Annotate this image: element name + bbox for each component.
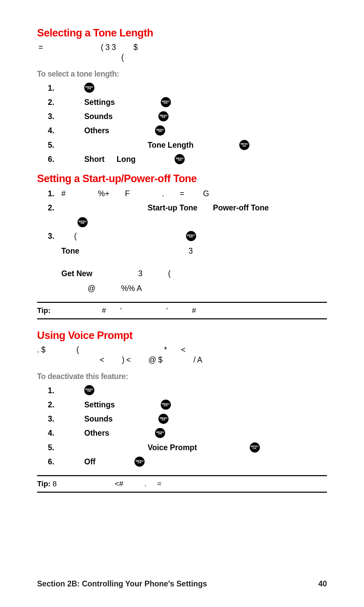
steps-voice-prompt: 1. MENUOK 2. Settings MENUOK 3. Sounds M… [48, 385, 327, 467]
frag: * [164, 345, 167, 354]
step-number: 5. [48, 442, 61, 453]
step-label: Short [84, 154, 104, 165]
step: 5. Voice Prompt MENUOK [48, 442, 327, 453]
step: 2. Start-up Tone Power-off Tone MENUOK [48, 202, 327, 227]
frag: # [61, 188, 66, 199]
menu-ok-icon: MENUOK [158, 111, 169, 121]
step-label: Long [117, 154, 135, 165]
step: 2. Settings MENUOK [48, 399, 327, 410]
step-number: 3. [48, 413, 61, 424]
frag: ( [168, 268, 171, 279]
step: 4. Others MENUOK [48, 428, 327, 438]
step: 6. Short Long MENUOK [48, 154, 327, 165]
page-footer: Section 2B: Controlling Your Phone's Set… [37, 579, 327, 588]
frag: # [102, 306, 106, 315]
step: 3. Sounds MENUOK [48, 111, 327, 122]
heading-startup-tone: Setting a Start-up/Power-off Tone [37, 173, 327, 185]
step: 6. Off MENUOK [48, 456, 327, 467]
step-number: 6. [48, 456, 61, 467]
step: 1. MENUOK [48, 83, 327, 93]
menu-ok-icon: MENUOK [161, 400, 171, 410]
tip-label: Tip: [37, 306, 51, 315]
frag: %% A [121, 283, 142, 294]
tip-box: Tip: # ' ' # [37, 302, 327, 319]
step-label: Off [84, 456, 95, 467]
step-number: 4. [48, 428, 61, 438]
frag: . $ [37, 345, 46, 354]
step-number: 5. [48, 140, 61, 150]
heading-tone-length: Selecting a Tone Length [37, 27, 327, 39]
frag: ) < [122, 355, 131, 364]
step-number: 1. [48, 385, 61, 396]
frag: 8 [53, 480, 57, 488]
frag: < [100, 355, 104, 364]
frag: . [144, 480, 146, 488]
step-number: 2. [48, 399, 61, 410]
steps-startup-tone: 1. # %+ F . = G 2. Start-up Tone Power-o… [48, 188, 327, 294]
step-number: 2. [48, 97, 61, 108]
step-label: Tone Length [148, 140, 193, 150]
frag: = [38, 43, 43, 52]
step-label: Power-off Tone [213, 202, 269, 213]
step-label: Others [84, 428, 109, 438]
menu-ok-icon: MENUOK [161, 97, 171, 107]
menu-ok-icon: MENUOK [158, 414, 169, 424]
menu-ok-icon: MENUOK [78, 217, 88, 227]
step-number: 1. [48, 83, 61, 93]
tip-label: Tip: [37, 480, 51, 488]
menu-ok-icon: MENUOK [84, 83, 94, 93]
menu-ok-icon: MENUOK [175, 154, 185, 164]
frag: ( [74, 231, 77, 241]
step-label: Others [84, 125, 109, 136]
frag: @ [88, 283, 95, 294]
para-tone-length: = ( 3 3 $ ( [38, 42, 327, 63]
tip-box: Tip: 8 <# . = [37, 475, 327, 493]
steps-tone-length: 1. MENUOK 2. Settings MENUOK 3. Sounds M… [48, 83, 327, 165]
subheading-select-tone: To select a tone length: [37, 69, 327, 79]
frag: <# [115, 480, 123, 488]
menu-ok-icon: MENUOK [84, 385, 94, 395]
frag: / A [193, 355, 202, 364]
step-label: Sounds [84, 413, 113, 424]
section-label: Section 2B: Controlling Your Phone's Set… [37, 579, 207, 588]
step-label: Tone [61, 245, 79, 256]
step: 1. # %+ F . = G [48, 188, 327, 199]
frag: . [162, 188, 164, 199]
frag: ' [166, 306, 168, 315]
step-label: Settings [84, 97, 115, 108]
frag: = [180, 188, 184, 199]
frag: ( [77, 345, 79, 354]
frag: < [181, 345, 185, 354]
frag: G [203, 188, 209, 199]
step-number: 6. [48, 154, 61, 165]
step-label: Start-up Tone [148, 202, 198, 213]
step-label: Get New [61, 268, 92, 279]
menu-ok-icon: MENUOK [134, 457, 145, 467]
step-label: Settings [84, 399, 115, 410]
frag: @ $ [148, 355, 162, 364]
frag: ( 3 3 [101, 43, 116, 52]
frag: = [157, 480, 161, 488]
menu-ok-icon: MENUOK [186, 231, 196, 241]
step: 1. MENUOK [48, 385, 327, 396]
heading-voice-prompt: Using Voice Prompt [37, 329, 327, 342]
frag: ' [120, 306, 122, 315]
step-label: Voice Prompt [148, 442, 197, 453]
menu-ok-icon: MENUOK [155, 428, 165, 438]
step-label: Sounds [84, 111, 113, 122]
menu-ok-icon: MENUOK [155, 125, 165, 136]
step: 4. Others MENUOK [48, 125, 327, 136]
step: 5. Tone Length MENUOK [48, 140, 327, 150]
frag: %+ [98, 188, 110, 199]
frag: $ [133, 43, 138, 52]
menu-ok-icon: MENUOK [250, 442, 260, 453]
step-number: 3. [48, 231, 61, 241]
para-voice-prompt: . $ ( * < < ) < @ $ / A [37, 345, 327, 365]
step-number: 4. [48, 125, 61, 136]
subheading-deactivate: To deactivate this feature: [37, 372, 327, 381]
frag: 3 [188, 245, 193, 256]
step-number: 3. [48, 111, 61, 122]
menu-ok-icon: MENUOK [239, 140, 249, 150]
frag: F [125, 188, 130, 199]
step-number: 1. [48, 188, 61, 199]
